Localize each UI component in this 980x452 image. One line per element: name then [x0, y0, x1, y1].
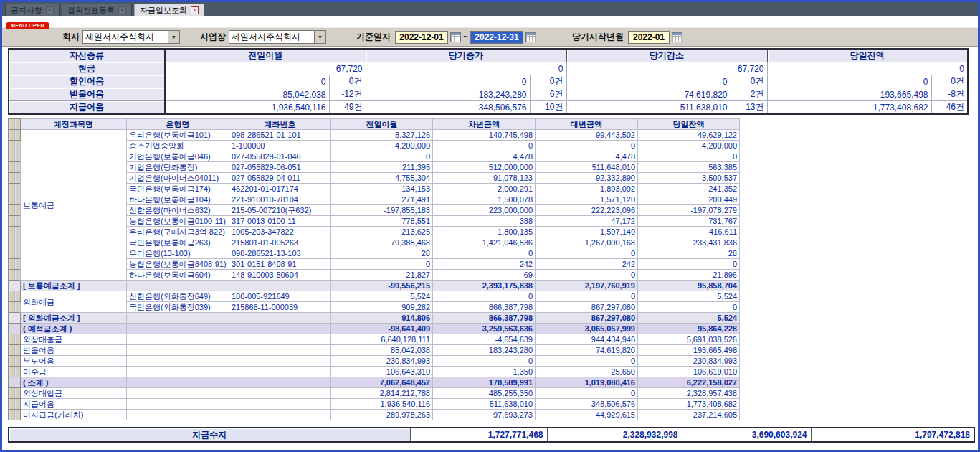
- row-selector[interactable]: [9, 410, 21, 420]
- summary-row: 받을어음85,042,038-12건183,243,2806건74,619,82…: [9, 88, 968, 101]
- amount-cell: 134,153: [331, 184, 433, 194]
- calendar-icon[interactable]: [450, 32, 461, 42]
- row-selector[interactable]: [9, 184, 21, 194]
- row-selector[interactable]: [9, 173, 21, 184]
- row-selector[interactable]: [9, 367, 21, 377]
- summary-row-label: 받을어음: [9, 88, 165, 101]
- row-selector[interactable]: [9, 130, 21, 141]
- amount-cell: 95,858,704: [638, 281, 740, 291]
- row-selector[interactable]: [9, 377, 21, 388]
- detail-row: ( 예적금소계 )-98,641,4093,259,563,6363,065,0…: [9, 324, 740, 334]
- account-group-name: 외화예금: [21, 291, 127, 313]
- tab-close-icon[interactable]: ×: [191, 6, 199, 14]
- amount-cell: 193,665,498: [638, 345, 740, 356]
- row-selector[interactable]: [9, 324, 21, 334]
- amount-cell: 237,214,605: [638, 410, 740, 420]
- summary-amount: 511,638,010: [566, 101, 731, 115]
- row-selector[interactable]: [9, 141, 21, 151]
- row-selector[interactable]: [9, 313, 21, 324]
- row-selector[interactable]: [9, 356, 21, 367]
- account-number: 027-055829-06-051: [229, 162, 331, 173]
- chevron-down-icon[interactable]: ▼: [168, 31, 179, 43]
- row-name: 미지급금(거래처): [21, 410, 127, 420]
- amount-cell: 222,223,096: [536, 205, 638, 216]
- detail-row: ( 소계 )7,062,648,452178,589,9911,019,080,…: [9, 377, 740, 388]
- detail-header-cell: 차변금액: [433, 119, 536, 130]
- detail-row: 외상매입금2,814,212,788485,255,35002,328,957,…: [9, 388, 740, 399]
- amount-cell: 0: [433, 356, 536, 367]
- base-date-from-input[interactable]: [395, 31, 448, 44]
- row-selector[interactable]: [9, 334, 21, 345]
- amount-cell: 0: [536, 141, 638, 151]
- calendar-icon[interactable]: [525, 32, 536, 42]
- tab-1[interactable]: 공지사항×: [5, 4, 60, 16]
- detail-header-cell: 계좌번호: [229, 119, 331, 130]
- row-selector[interactable]: [9, 237, 21, 248]
- detail-header-cell: 대변금액: [536, 119, 638, 130]
- row-selector[interactable]: [9, 281, 21, 291]
- period-start-input[interactable]: [628, 31, 670, 44]
- row-selector[interactable]: [9, 399, 21, 410]
- detail-row: 외상매출금6,640,128,111-4,654,639944,434,9465…: [9, 334, 740, 345]
- row-selector[interactable]: [9, 194, 21, 205]
- company-select-value: 제일저지주식회사: [83, 31, 154, 43]
- row-selector[interactable]: [9, 205, 21, 216]
- amount-cell: 6,640,128,111: [331, 334, 433, 345]
- account-detail-grid: 계정과목명은행명계좌번호전일이월차변금액대변금액당일잔액보통예금우리은행(보통예…: [8, 118, 740, 420]
- bank-name: [127, 345, 229, 356]
- account-number: 221-910010-78104: [229, 194, 331, 205]
- amount-cell: 0: [331, 259, 433, 270]
- row-selector[interactable]: [9, 119, 21, 130]
- amount-cell: 0: [331, 151, 433, 162]
- footer-total-value: 3,690,603,924: [682, 428, 811, 442]
- base-date-to-input[interactable]: [470, 31, 523, 44]
- row-selector[interactable]: [9, 291, 21, 302]
- tab-3[interactable]: 자금일보조회×: [134, 4, 204, 16]
- amount-cell: 944,434,946: [536, 334, 638, 345]
- row-selector[interactable]: [9, 216, 21, 227]
- amount-cell: 21,896: [638, 270, 740, 281]
- row-selector[interactable]: [9, 302, 21, 313]
- amount-cell: 4,478: [433, 151, 536, 162]
- row-selector[interactable]: [9, 270, 21, 281]
- site-select[interactable]: 제일저지주식회사 ▼: [229, 30, 326, 44]
- bank-name: 우리은행(보통예금101): [127, 130, 229, 141]
- company-label: 회사: [62, 31, 80, 43]
- summary-amount: 0: [566, 75, 731, 88]
- menu-open-button[interactable]: MENU OPEN: [6, 22, 49, 29]
- detail-row: 부도어음230,834,99300230,834,993: [9, 356, 740, 367]
- account-number: [229, 367, 331, 377]
- amount-cell: 1,597,149: [536, 227, 638, 237]
- calendar-icon[interactable]: [672, 32, 682, 42]
- tab-2[interactable]: 결의전표등록×: [62, 4, 132, 16]
- chevron-down-icon[interactable]: ▼: [314, 31, 325, 43]
- amount-cell: 91,078,123: [433, 173, 536, 184]
- period-start-label: 당기시작년월: [572, 31, 624, 43]
- account-number: 027-055829-04-011: [229, 173, 331, 184]
- row-selector[interactable]: [9, 388, 21, 399]
- site-select-value: 제일저지주식회사: [229, 31, 300, 43]
- summary-header-cell: 자산종류: [9, 49, 165, 62]
- company-select[interactable]: 제일저지주식회사 ▼: [82, 30, 180, 44]
- footer-total-value: 1,797,472,818: [811, 428, 974, 442]
- row-selector[interactable]: [9, 345, 21, 356]
- bank-name: [127, 377, 229, 388]
- asset-summary-grid: 자산종류전일이월당기증가당기감소당일잔액현금67,720067,7200할인어음…: [8, 48, 969, 115]
- amount-cell: -197,855,183: [331, 205, 433, 216]
- amount-cell: 731,767: [638, 216, 740, 227]
- row-selector[interactable]: [9, 227, 21, 237]
- tab-close-icon[interactable]: ×: [118, 6, 126, 14]
- amount-cell: 178,589,991: [433, 377, 536, 388]
- summary-header-row: 자산종류전일이월당기증가당기감소당일잔액: [9, 49, 968, 62]
- amount-cell: 211,395: [331, 162, 433, 173]
- summary-amount: 0: [165, 75, 329, 88]
- row-selector[interactable]: [9, 162, 21, 173]
- summary-count: -12건: [329, 88, 366, 101]
- bank-name: [127, 356, 229, 367]
- account-number: 215801-01-005263: [229, 237, 331, 248]
- row-selector[interactable]: [9, 151, 21, 162]
- row-selector[interactable]: [9, 259, 21, 270]
- amount-cell: 0: [638, 302, 740, 313]
- tab-close-icon[interactable]: ×: [46, 6, 54, 14]
- row-selector[interactable]: [9, 248, 21, 259]
